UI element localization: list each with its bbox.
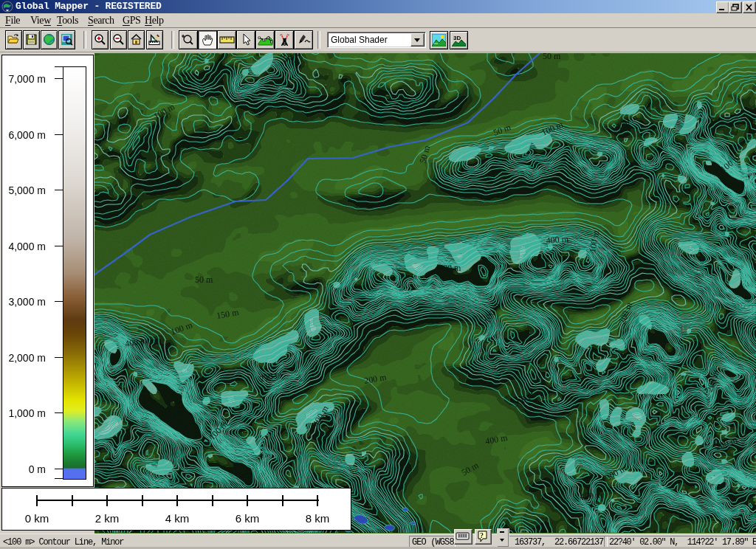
svg-text:400 m: 400 m: [580, 489, 603, 502]
svg-text:3D: 3D: [453, 35, 461, 41]
svg-text:?: ?: [480, 531, 484, 539]
svg-text:50 m: 50 m: [195, 274, 213, 285]
svg-text:50 m: 50 m: [543, 53, 561, 61]
svg-text:400 m: 400 m: [546, 233, 569, 246]
svg-text:500 m: 500 m: [439, 263, 461, 273]
